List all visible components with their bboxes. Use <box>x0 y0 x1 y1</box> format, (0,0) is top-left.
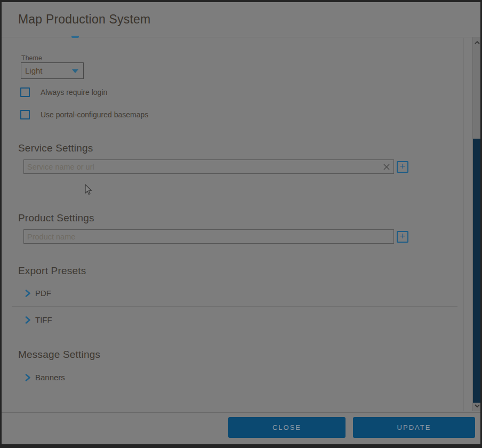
product-settings-heading: Product Settings <box>18 212 94 224</box>
scrollbar-thumb[interactable] <box>473 139 480 403</box>
pdf-preset-label: PDF <box>35 289 51 298</box>
always-require-login-label: Always require login <box>41 88 107 97</box>
product-name-input[interactable] <box>23 229 394 244</box>
banners-label: Banners <box>35 373 65 382</box>
theme-label: Theme <box>21 54 42 62</box>
tiff-preset-label: TIFF <box>35 315 52 324</box>
banners-row[interactable]: Banners <box>25 373 65 382</box>
export-preset-pdf-row[interactable]: PDF <box>25 289 51 298</box>
scrolled-element-fragment <box>71 36 79 38</box>
plus-icon: + <box>399 231 405 241</box>
portal-basemaps-label: Use portal-configured basemaps <box>41 110 148 119</box>
scroll-down-button[interactable] <box>473 402 480 410</box>
preset-divider <box>12 306 457 307</box>
vertical-scrollbar[interactable] <box>472 37 480 411</box>
service-input-wrap <box>23 159 394 174</box>
chevron-right-icon <box>25 374 31 381</box>
dialog-title: Map Production System <box>18 12 150 27</box>
update-button[interactable]: UPDATE <box>353 417 475 438</box>
map-production-system-dialog: Map Production System Theme Light Always… <box>2 2 480 444</box>
service-name-input[interactable] <box>23 159 394 174</box>
clear-service-input-button[interactable] <box>382 162 391 171</box>
chevron-down-icon <box>475 404 480 407</box>
close-button[interactable]: CLOSE <box>228 417 346 438</box>
chevron-right-icon <box>25 316 31 324</box>
export-preset-tiff-row[interactable]: TIFF <box>25 315 52 324</box>
dialog-header: Map Production System <box>2 2 480 37</box>
caret-down-icon <box>72 69 78 73</box>
mouse-cursor <box>84 184 93 196</box>
product-input-wrap <box>23 229 394 244</box>
always-require-login-checkbox[interactable] <box>20 87 30 97</box>
portal-basemaps-checkbox[interactable] <box>20 110 30 119</box>
service-settings-heading: Service Settings <box>18 142 93 154</box>
theme-select[interactable]: Light <box>21 62 84 79</box>
message-settings-heading: Message Settings <box>18 349 100 361</box>
add-product-button[interactable]: + <box>397 231 408 243</box>
chevron-right-icon <box>25 290 31 297</box>
plus-icon: + <box>399 162 405 171</box>
export-presets-heading: Export Presets <box>18 265 86 277</box>
chevron-up-icon <box>475 41 480 44</box>
content-edge-line <box>463 38 464 411</box>
screen-frame: Map Production System Theme Light Always… <box>0 0 482 448</box>
always-require-login-row[interactable]: Always require login <box>20 87 107 97</box>
x-icon <box>383 163 390 171</box>
footer-divider <box>2 412 480 413</box>
theme-select-value: Light <box>25 66 43 75</box>
add-service-button[interactable]: + <box>397 161 408 173</box>
scroll-up-button[interactable] <box>473 38 480 47</box>
portal-basemaps-row[interactable]: Use portal-configured basemaps <box>20 110 148 119</box>
